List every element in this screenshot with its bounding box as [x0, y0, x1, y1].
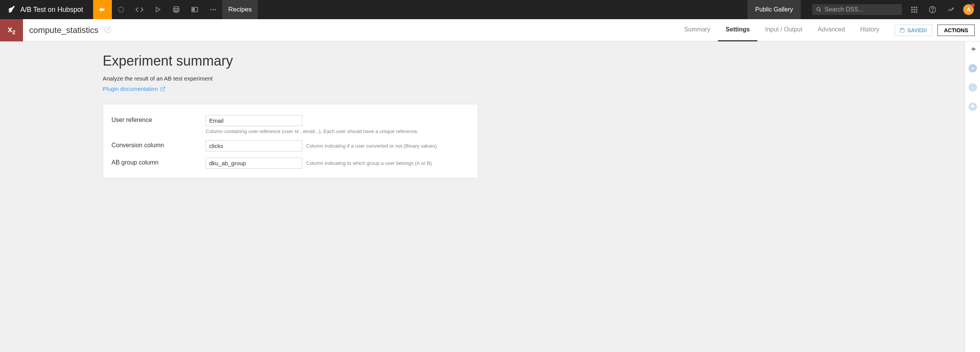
compass-icon[interactable] — [104, 26, 111, 35]
logo-area: A/B Test on Hubspot — [0, 5, 93, 15]
row-ab-group-column: AB group column Column indicating to whi… — [111, 158, 469, 169]
tab-settings[interactable]: Settings — [718, 19, 757, 41]
row-user-reference: User reference Column containing user re… — [111, 115, 469, 134]
svg-rect-17 — [911, 12, 913, 13]
input-conversion-column[interactable] — [206, 140, 302, 151]
svg-rect-15 — [914, 9, 915, 11]
saved-label: SAVED! — [907, 27, 927, 33]
label-user-reference: User reference — [111, 115, 206, 123]
actions-button[interactable]: ACTIONS — [937, 25, 975, 36]
input-user-reference[interactable] — [206, 115, 302, 126]
row-conversion-column: Conversion column Column indicating if a… — [111, 140, 469, 151]
svg-point-24 — [972, 86, 973, 87]
svg-rect-16 — [916, 9, 918, 11]
tab-input-output[interactable]: Input / Output — [757, 19, 810, 41]
back-arrow-icon[interactable] — [967, 44, 978, 54]
svg-rect-14 — [911, 9, 913, 11]
label-ab-group-column: AB group column — [111, 158, 206, 166]
svg-point-6 — [210, 9, 211, 10]
content-area: Experiment summary Analyze the result of… — [0, 41, 965, 352]
svg-rect-23 — [901, 28, 903, 29]
svg-point-21 — [932, 11, 933, 12]
secondary-bar: x2 compute_statistics Summary Settings I… — [0, 19, 980, 41]
input-ab-group-column[interactable] — [206, 158, 302, 169]
secondary-tabs: Summary Settings Input / Output Advanced… — [677, 19, 887, 41]
search-input[interactable] — [824, 6, 898, 13]
right-rail — [965, 41, 980, 352]
settings-form: User reference Column containing user re… — [103, 104, 478, 178]
nav-recipes[interactable]: Recipes — [222, 0, 258, 19]
search-wrapper[interactable] — [812, 4, 902, 15]
doc-link-text: Plugin documentation — [103, 86, 158, 92]
public-gallery-link[interactable]: Public Gallery — [747, 0, 801, 19]
recipe-badge: x2 — [0, 19, 23, 41]
svg-point-9 — [817, 8, 820, 11]
hint-user-reference: Column containing user reference (user I… — [206, 128, 469, 134]
chat-circle-icon[interactable] — [967, 101, 978, 112]
badge-sub: 2 — [12, 30, 15, 36]
refresh-icon[interactable] — [112, 0, 130, 19]
svg-line-10 — [819, 10, 821, 12]
svg-point-8 — [215, 9, 216, 10]
top-bar: A/B Test on Hubspot Recipes Public Galle… — [0, 0, 980, 19]
svg-rect-25 — [972, 87, 973, 89]
plugin-doc-link[interactable]: Plugin documentation — [103, 86, 166, 92]
play-icon[interactable] — [149, 0, 167, 19]
bird-icon[interactable] — [6, 5, 16, 15]
hint-ab-group-column: Column indicating to which group a user … — [306, 160, 432, 166]
external-link-icon — [160, 86, 166, 92]
tab-history[interactable]: History — [852, 19, 887, 41]
ellipsis-icon[interactable] — [204, 0, 222, 19]
badge-main: x — [8, 25, 12, 34]
tab-summary[interactable]: Summary — [677, 19, 718, 41]
svg-point-7 — [212, 9, 213, 10]
svg-rect-13 — [916, 7, 918, 8]
svg-rect-19 — [916, 12, 918, 13]
dashboard-icon[interactable] — [185, 0, 204, 19]
page-title: Experiment summary — [103, 53, 478, 69]
saved-button[interactable]: SAVED! — [895, 25, 932, 36]
page-description: Analyze the result of an AB test experim… — [103, 75, 478, 82]
svg-rect-18 — [914, 12, 915, 13]
recipe-name: compute_statistics — [29, 25, 98, 35]
project-title[interactable]: A/B Test on Hubspot — [20, 6, 89, 14]
label-conversion-column: Conversion column — [111, 140, 206, 149]
help-icon[interactable] — [923, 0, 942, 19]
flow-icon[interactable] — [93, 0, 112, 19]
svg-point-0 — [118, 7, 123, 12]
svg-rect-5 — [193, 8, 194, 11]
search-icon — [816, 7, 821, 13]
apps-icon[interactable] — [905, 0, 923, 19]
avatar[interactable]: A — [963, 4, 974, 15]
info-circle-icon[interactable] — [967, 82, 978, 93]
main-wrap: Experiment summary Analyze the result of… — [0, 41, 980, 352]
avatar-letter: A — [967, 7, 970, 13]
tab-advanced[interactable]: Advanced — [810, 19, 852, 41]
notification-dot-icon — [971, 3, 975, 7]
print-icon[interactable] — [167, 0, 185, 19]
code-icon[interactable] — [130, 0, 149, 19]
hint-conversion-column: Column indicating if a user converted or… — [306, 143, 437, 149]
trend-icon[interactable] — [942, 0, 960, 19]
svg-point-22 — [105, 26, 111, 33]
save-icon — [900, 28, 905, 33]
add-circle-icon[interactable] — [967, 63, 978, 74]
svg-rect-11 — [911, 7, 913, 8]
svg-rect-12 — [914, 7, 915, 8]
